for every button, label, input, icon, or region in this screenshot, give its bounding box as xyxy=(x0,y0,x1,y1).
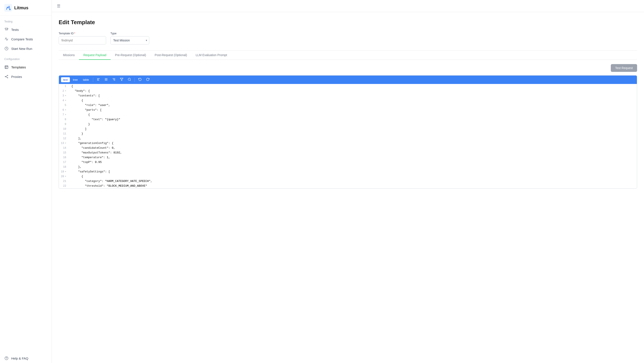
tab-post-request[interactable]: Post-Request (Optional) xyxy=(150,51,191,60)
sidebar-item-proxies[interactable]: Proxies xyxy=(0,72,52,81)
line-content: { xyxy=(70,112,637,117)
template-id-field: Template ID* xyxy=(59,32,106,45)
type-label: Type xyxy=(110,32,149,35)
line-content: "text": "{query}" xyxy=(70,117,637,122)
align-justify-icon[interactable] xyxy=(103,77,110,83)
line-number: 19▾ xyxy=(59,169,70,174)
svg-rect-4 xyxy=(5,66,8,69)
svg-marker-23 xyxy=(120,78,123,81)
templates-icon xyxy=(4,65,9,69)
align-left-icon[interactable] xyxy=(95,77,102,83)
sidebar-item-help[interactable]: Help & FAQ xyxy=(0,353,52,363)
sidebar-item-templates[interactable]: Templates xyxy=(0,62,52,72)
compare-tests-label: Compare Tests xyxy=(11,37,33,41)
json-line: 3▾ "contents": [ xyxy=(59,94,637,98)
line-content: "threshold": "BLOCK_MEDIUM_AND_ABOVE" xyxy=(70,184,637,188)
line-number: 20▾ xyxy=(59,174,70,179)
view-tree-button[interactable]: tree xyxy=(71,77,80,82)
fold-toggle[interactable]: ▾ xyxy=(65,141,66,146)
toolbar-divider xyxy=(93,78,93,82)
line-number: 10 xyxy=(59,127,70,131)
line-content: }, xyxy=(70,165,637,169)
line-content: { xyxy=(70,98,637,103)
tab-llm-eval[interactable]: LLM Evaluation Prompt xyxy=(191,51,232,60)
fold-toggle[interactable]: ▾ xyxy=(65,94,66,98)
json-line: 20▾ { xyxy=(59,174,637,179)
proxies-label: Proxies xyxy=(11,75,22,79)
fold-toggle[interactable]: ▾ xyxy=(65,112,66,117)
line-number: 7▾ xyxy=(59,112,70,117)
line-number: 15 xyxy=(59,150,70,155)
svg-line-11 xyxy=(6,77,7,78)
json-line: 10 ] xyxy=(59,127,637,131)
line-content: ], xyxy=(70,136,637,141)
json-editor: text tree table xyxy=(59,75,637,189)
fold-toggle[interactable]: ▾ xyxy=(65,169,66,174)
help-label: Help & FAQ xyxy=(11,356,28,360)
type-field: Type Test Mission Evaluation Custom ▾ xyxy=(110,32,149,45)
json-line: 17 "topP": 0.95 xyxy=(59,160,637,165)
line-number: 9 xyxy=(59,122,70,127)
search-icon[interactable] xyxy=(126,77,133,83)
line-content: "contents": [ xyxy=(70,94,637,98)
template-id-input[interactable] xyxy=(59,36,106,45)
test-request-row: Test Request xyxy=(59,64,637,72)
sidebar-item-start-new-run[interactable]: Start New Run xyxy=(0,44,52,53)
json-line: 15 "maxOutputTokens": 8192, xyxy=(59,150,637,155)
line-content: "safetySettings": [ xyxy=(70,169,637,174)
json-toolbar: text tree table xyxy=(59,76,637,84)
app-name: Litmus xyxy=(14,6,28,10)
undo-icon[interactable] xyxy=(136,77,144,83)
fold-toggle[interactable]: ▾ xyxy=(65,108,66,112)
line-content: "candidateCount": 0, xyxy=(70,146,637,150)
templates-label: Templates xyxy=(11,65,26,69)
tab-request-payload[interactable]: Request Payload xyxy=(79,51,111,60)
line-content: } xyxy=(70,122,637,127)
view-table-button[interactable]: table xyxy=(81,77,91,82)
line-number: 11 xyxy=(59,131,70,136)
compare-tests-icon xyxy=(4,37,9,41)
sort-icon[interactable] xyxy=(110,77,117,83)
json-code-body[interactable]: 1{2▾ "body": {3▾ "contents": [4▾ {5 "rol… xyxy=(59,84,637,188)
line-number: 22 xyxy=(59,184,70,188)
json-line: 2▾ "body": { xyxy=(59,89,637,94)
json-line: 14 "candidateCount": 0, xyxy=(59,146,637,150)
sidebar-item-tests[interactable]: Tests xyxy=(0,25,52,34)
content-area: Edit Template Template ID* Type Test Mis… xyxy=(52,12,644,363)
json-line: 8 "text": "{query}" xyxy=(59,117,637,122)
json-line: 19▾ "safetySettings": [ xyxy=(59,169,637,174)
line-content: "topP": 0.95 xyxy=(70,160,637,165)
line-number: 8 xyxy=(59,117,70,122)
line-number: 21 xyxy=(59,179,70,184)
svg-line-25 xyxy=(130,80,131,81)
tabs-bar: Missions Request Payload Pre-Request (Op… xyxy=(59,51,637,60)
json-line: 5 "role": "user", xyxy=(59,103,637,108)
json-line: 6▾ "parts": [ xyxy=(59,108,637,112)
fold-toggle[interactable]: ▾ xyxy=(65,89,66,94)
start-new-run-label: Start New Run xyxy=(11,47,32,51)
proxies-icon xyxy=(4,75,9,79)
fold-toggle[interactable]: ▾ xyxy=(65,98,66,103)
redo-icon[interactable] xyxy=(144,77,151,83)
filter-icon[interactable] xyxy=(118,77,125,83)
test-request-button[interactable]: Test Request xyxy=(611,64,637,72)
type-select-wrapper: Test Mission Evaluation Custom ▾ xyxy=(110,36,149,45)
line-content: "temperature": 1, xyxy=(70,155,637,160)
line-number: 2▾ xyxy=(59,89,70,94)
menu-icon[interactable]: ☰ xyxy=(57,4,60,9)
sidebar-item-compare-tests[interactable]: Compare Tests xyxy=(0,34,52,44)
line-number: 6▾ xyxy=(59,108,70,112)
tab-missions[interactable]: Missions xyxy=(59,51,79,60)
json-line: 1{ xyxy=(59,84,637,89)
line-number: 13▾ xyxy=(59,141,70,146)
toolbar-divider-2 xyxy=(134,78,135,82)
tab-pre-request[interactable]: Pre-Request (Optional) xyxy=(111,51,150,60)
json-line: 18 }, xyxy=(59,165,637,169)
type-select[interactable]: Test Mission Evaluation Custom xyxy=(110,36,149,45)
help-icon xyxy=(4,356,9,360)
fold-toggle[interactable]: ▾ xyxy=(65,174,66,179)
view-text-button[interactable]: text xyxy=(61,77,70,82)
line-number: 16 xyxy=(59,155,70,160)
svg-point-1 xyxy=(9,9,10,10)
line-number: 3▾ xyxy=(59,94,70,98)
